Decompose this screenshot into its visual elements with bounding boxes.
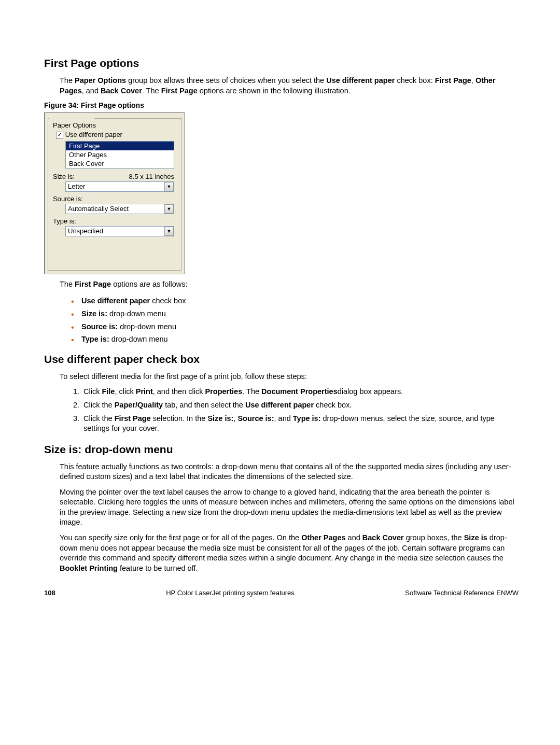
- list-item[interactable]: First Page: [66, 142, 174, 150]
- size-combo[interactable]: Letter ▼: [65, 181, 174, 192]
- size-dimensions[interactable]: 8.5 x 11 inches: [129, 173, 174, 180]
- fieldset-legend: Paper Options: [52, 121, 97, 129]
- options-bullet-list: Use different paper check box Size is: d…: [71, 294, 519, 346]
- size-para-2: Moving the pointer over the text label c…: [60, 487, 519, 528]
- use-different-paper-checkbox[interactable]: ✓: [56, 132, 63, 139]
- heading-first-page-options: First Page options: [44, 57, 519, 69]
- heading-size-is-dropdown: Size is: drop-down menu: [44, 443, 519, 456]
- chevron-down-icon[interactable]: ▼: [164, 227, 174, 236]
- chevron-down-icon[interactable]: ▼: [164, 182, 174, 191]
- footer-right: Software Technical Reference ENWW: [405, 589, 519, 597]
- size-label: Size is:: [53, 173, 75, 180]
- list-item[interactable]: Back Cover: [66, 159, 174, 168]
- options-intro: The First Page options are as follows:: [60, 279, 519, 290]
- page-section-listbox[interactable]: First Page Other Pages Back Cover: [65, 141, 174, 168]
- page-number: 108: [44, 589, 55, 597]
- chevron-down-icon[interactable]: ▼: [164, 204, 174, 214]
- type-label: Type is:: [53, 217, 76, 225]
- steps-list: Click File, click Print, and then click …: [71, 387, 519, 433]
- source-combo[interactable]: Automatically Select ▼: [65, 204, 174, 214]
- size-para-1: This feature actually functions as two c…: [60, 462, 519, 482]
- figure-caption: Figure 34: First Page options: [44, 101, 519, 109]
- heading-use-different-paper: Use different paper check box: [44, 353, 519, 366]
- checkbox-label: Use different paper: [65, 131, 122, 138]
- screenshot-panel: Paper Options ✓ Use different paper Firs…: [44, 113, 185, 274]
- source-label: Source is:: [53, 195, 83, 203]
- type-combo[interactable]: Unspecified ▼: [65, 226, 174, 236]
- list-item[interactable]: Other Pages: [66, 150, 174, 159]
- intro-paragraph: The Paper Options group box allows three…: [60, 76, 519, 96]
- page-footer: 108 HP Color LaserJet printing system fe…: [44, 589, 519, 597]
- footer-center: HP Color LaserJet printing system featur…: [166, 589, 295, 597]
- steps-intro: To select different media for the first …: [60, 372, 519, 382]
- size-para-3: You can specify size only for the first …: [60, 533, 519, 573]
